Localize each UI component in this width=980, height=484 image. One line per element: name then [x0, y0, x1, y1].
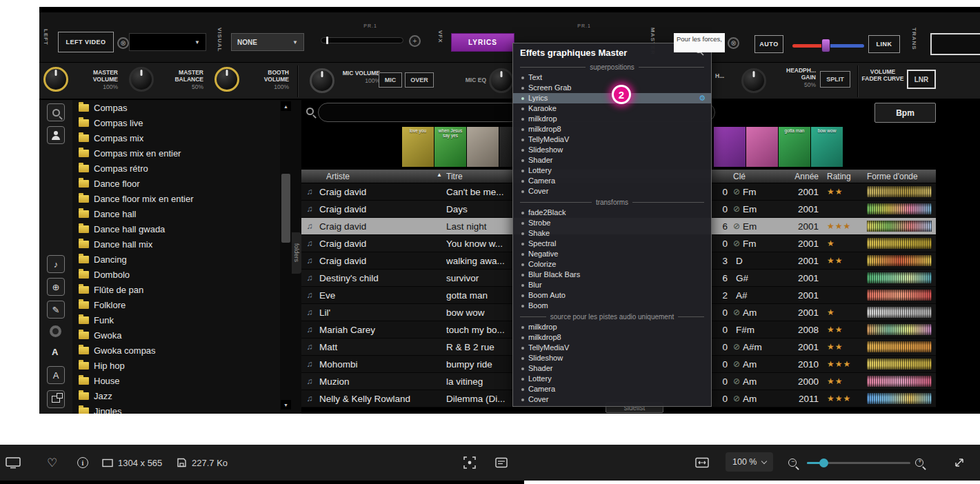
- effect-item[interactable]: Karaoke: [513, 103, 711, 114]
- folder-item[interactable]: Flûte de pan: [72, 282, 280, 297]
- clipped-button-frame[interactable]: [930, 33, 980, 55]
- folder-item[interactable]: Hip hop: [72, 358, 280, 373]
- scrollbar-thumb[interactable]: [281, 174, 290, 243]
- record-icon[interactable]: [50, 325, 61, 337]
- effect-item[interactable]: milkdrop8: [513, 124, 711, 134]
- effect-item[interactable]: Camera: [513, 176, 711, 186]
- folder-item[interactable]: Gwoka: [72, 327, 280, 343]
- album-art[interactable]: [746, 127, 778, 167]
- folder-item[interactable]: Compas: [72, 100, 280, 115]
- edit-tag-button[interactable]: ✎: [47, 301, 65, 319]
- right-video-transition-icon[interactable]: ⊗: [728, 37, 739, 49]
- sideview-button[interactable]: [47, 390, 65, 408]
- scroll-up-button[interactable]: ▲: [281, 101, 291, 111]
- headphone-gain-knob[interactable]: [741, 68, 766, 93]
- plus-button[interactable]: +: [409, 35, 421, 47]
- lnr-button[interactable]: LNR: [907, 70, 936, 89]
- folder-item[interactable]: Compas live: [72, 115, 280, 130]
- split-button[interactable]: SPLIT: [820, 71, 850, 88]
- zoom-slider[interactable]: [807, 462, 910, 464]
- effect-item[interactable]: Slideshow: [513, 353, 711, 363]
- effect-item[interactable]: milkdrop: [513, 114, 711, 124]
- track-rating[interactable]: ★: [824, 307, 867, 317]
- track-rating[interactable]: ★★★: [824, 394, 867, 403]
- link-button[interactable]: LINK: [868, 35, 900, 53]
- effect-item[interactable]: TellyMediaV: [513, 134, 711, 145]
- folder-item[interactable]: Folklore: [72, 297, 280, 312]
- album-art[interactable]: when Jesus say yes: [434, 127, 466, 167]
- mic-volume-knob[interactable]: [310, 68, 334, 93]
- effect-item[interactable]: Spectral: [513, 239, 711, 249]
- favorite-icon[interactable]: ♡: [47, 456, 57, 470]
- fullscreen-icon[interactable]: [953, 456, 966, 469]
- info-icon[interactable]: i: [77, 457, 88, 468]
- effect-item[interactable]: Shake: [513, 228, 711, 239]
- effect-item[interactable]: Strobe: [513, 218, 711, 228]
- album-art[interactable]: [467, 127, 499, 167]
- effect-item[interactable]: TellyMediaV: [513, 343, 711, 353]
- tracks-button[interactable]: ♪: [47, 255, 65, 273]
- folder-item[interactable]: Jingles: [72, 403, 280, 414]
- folder-item[interactable]: Dancing: [72, 252, 280, 267]
- crossfader-handle[interactable]: [821, 39, 830, 52]
- folder-item[interactable]: Dance hall gwada: [72, 221, 280, 236]
- zoom-slider-handle[interactable]: [819, 458, 828, 467]
- auto-button[interactable]: AUTO: [754, 35, 783, 53]
- zoom-level-select[interactable]: 100 %: [726, 452, 773, 472]
- folder-scrollbar[interactable]: ▲ ▼: [280, 100, 292, 414]
- album-art[interactable]: [714, 127, 746, 167]
- pr1-left-slider[interactable]: [321, 37, 403, 43]
- folder-item[interactable]: Dance floor: [72, 176, 280, 191]
- track-rating[interactable]: ★★: [824, 376, 867, 386]
- album-art[interactable]: bow wow: [811, 127, 843, 167]
- track-rating[interactable]: ★★: [824, 325, 867, 334]
- album-art[interactable]: gotta man: [779, 127, 810, 167]
- folders-tab[interactable]: folders: [292, 232, 301, 274]
- artist-column-header[interactable]: Artiste ▲: [318, 172, 446, 181]
- waveform-column-header[interactable]: Forme d'onde: [867, 172, 936, 181]
- folder-item[interactable]: Dombolo: [72, 267, 280, 282]
- annotate-icon[interactable]: [495, 457, 508, 468]
- folder-item[interactable]: House: [72, 373, 280, 388]
- bpm-sort-button[interactable]: Bpm: [874, 103, 936, 123]
- track-rating[interactable]: ★★★: [824, 221, 867, 231]
- letter-a-small[interactable]: A: [52, 347, 58, 357]
- effect-item[interactable]: Lottery: [513, 165, 711, 176]
- zoom-out-icon[interactable]: −: [788, 458, 797, 467]
- online-catalog-button[interactable]: ⊕: [47, 278, 65, 296]
- folder-item[interactable]: Dance hall: [72, 206, 280, 221]
- folder-item[interactable]: Compas mix en entier: [72, 145, 280, 161]
- slider-handle[interactable]: [326, 37, 328, 44]
- folder-item[interactable]: Compas rétro: [72, 161, 280, 176]
- mic-button[interactable]: MIC: [379, 72, 402, 88]
- effect-item[interactable]: Text: [513, 72, 711, 83]
- year-column-header[interactable]: Année: [770, 172, 824, 181]
- visual-select[interactable]: NONE ▼: [231, 33, 304, 51]
- folder-item[interactable]: Dance hall mix: [72, 236, 280, 252]
- display-icon[interactable]: [6, 456, 21, 469]
- folder-item[interactable]: Gwoka compas: [72, 343, 280, 358]
- effect-item[interactable]: fade2Black: [513, 208, 711, 218]
- track-rating[interactable]: ★★: [824, 256, 867, 265]
- effect-item[interactable]: Negative: [513, 249, 711, 259]
- track-rating[interactable]: ★★: [824, 342, 867, 352]
- rating-column-header[interactable]: Rating: [824, 172, 867, 181]
- effect-item[interactable]: Shader: [513, 363, 711, 374]
- track-rating[interactable]: ★★: [824, 187, 867, 196]
- effect-item[interactable]: milkdrop8: [513, 332, 711, 343]
- effect-item[interactable]: Lottery: [513, 374, 711, 384]
- left-video-select[interactable]: ▼: [129, 33, 206, 51]
- effect-item[interactable]: Cover: [513, 186, 711, 196]
- fit-screen-icon[interactable]: [695, 457, 709, 468]
- mixer-knob[interactable]: [43, 67, 68, 92]
- automix-button[interactable]: A: [47, 366, 65, 384]
- video-crossfader[interactable]: [792, 39, 864, 52]
- mixer-knob[interactable]: [214, 67, 239, 92]
- scroll-down-button[interactable]: ▼: [281, 400, 291, 410]
- key-column-header[interactable]: Clé: [728, 172, 770, 181]
- album-art[interactable]: love you: [402, 127, 434, 167]
- left-video-button[interactable]: LEFT VIDEO: [58, 32, 114, 52]
- effect-item[interactable]: Shader: [513, 155, 711, 165]
- folder-item[interactable]: Compas mix: [72, 130, 280, 145]
- search-button[interactable]: [47, 103, 65, 121]
